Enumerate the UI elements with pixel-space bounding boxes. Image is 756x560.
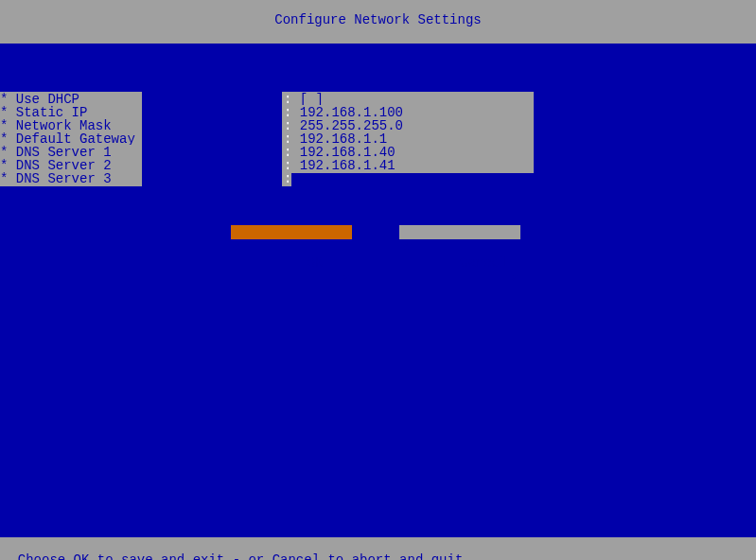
cancel-button[interactable]: < Cancel >	[399, 225, 520, 239]
content-area: * Use DHCP : [ ] * Static IP : 192.168.1…	[0, 44, 756, 537]
bracket-right-icon: >	[511, 271, 519, 286]
title-bar: Configure Network Settings	[0, 0, 756, 44]
page-title: Configure Network Settings	[274, 12, 481, 27]
field-label: * DNS Server 3	[0, 171, 142, 186]
cancel-button-label: Cancel	[460, 255, 507, 271]
field-use-dhcp[interactable]: * Use DHCP : [ ]	[0, 93, 534, 106]
bracket-left-icon: <	[233, 240, 240, 255]
field-value[interactable]: 192.168.1.41	[291, 158, 534, 173]
field-static-ip[interactable]: * Static IP : 192.168.1.100	[0, 106, 534, 119]
status-text: Choose OK to save and exit - or Cancel t…	[18, 552, 463, 560]
field-default-gateway[interactable]: * Default Gateway : 192.168.1.1	[0, 132, 534, 146]
buttons-row: < OK > < Cancel >	[231, 225, 520, 239]
bracket-right-icon: >	[343, 271, 350, 286]
field-dns-server-2[interactable]: * DNS Server 2 : 192.168.1.41	[0, 159, 534, 172]
ok-button[interactable]: < OK >	[231, 225, 352, 239]
separator	[142, 171, 282, 186]
field-dns-server-3[interactable]: * DNS Server 3 :	[0, 172, 534, 185]
colon: :	[282, 171, 291, 186]
fields-container: * Use DHCP : [ ] * Static IP : 192.168.1…	[0, 93, 534, 185]
field-dns-server-1[interactable]: * DNS Server 1 : 192.168.1.40	[0, 146, 534, 159]
status-bar: Choose OK to save and exit - or Cancel t…	[0, 537, 756, 560]
ok-button-label: OK	[308, 255, 324, 271]
bracket-left-icon: <	[401, 240, 409, 255]
field-network-mask[interactable]: * Network Mask : 255.255.255.0	[0, 119, 534, 132]
